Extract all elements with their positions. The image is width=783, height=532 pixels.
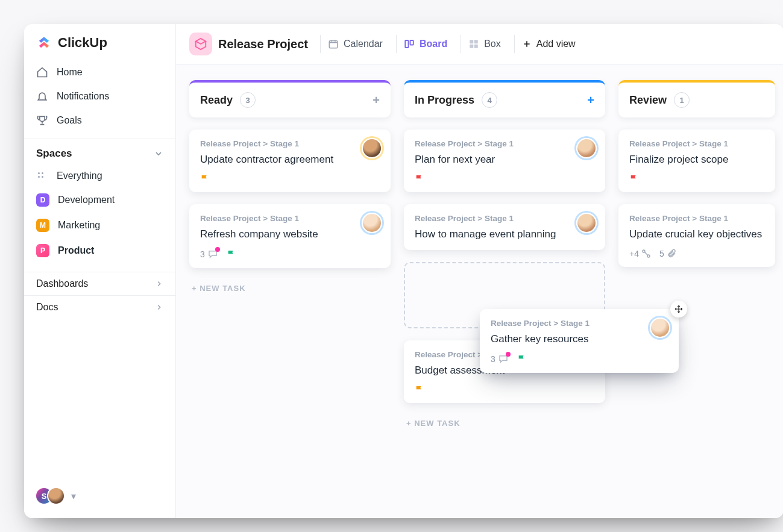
flag-icon[interactable] [517,354,527,364]
main: Release Project Calendar Board Box Add v… [176,24,783,518]
column-header[interactable]: Review 1 [618,80,775,117]
topbar: Release Project Calendar Board Box Add v… [176,24,783,64]
spaces-header-label: Spaces [36,148,72,160]
view-label: Calendar [344,39,383,49]
nav-label: Notifications [57,91,109,102]
svg-point-3 [42,176,43,178]
assignee-avatar[interactable] [576,138,597,158]
logo-text: ClickUp [58,35,107,51]
unread-dot-icon [215,247,220,252]
view-label: Box [484,39,501,49]
comments-count[interactable]: 3 [200,249,218,260]
view-calendar[interactable]: Calendar [320,35,390,53]
nav-dashboards[interactable]: Dashboards [24,272,175,295]
project-icon [189,33,212,55]
space-label: Development [58,195,115,205]
card-title: Update contractor agreement [200,153,380,167]
card-breadcrumb: Release Project > Stage 1 [415,214,594,223]
card-title: Refresh company website [200,228,380,242]
unread-dot-icon [506,352,511,357]
nav-docs[interactable]: Docs [24,295,175,319]
svg-rect-7 [470,40,473,43]
svg-rect-8 [474,40,478,43]
task-card[interactable]: Release Project > Stage 1 Plan for next … [404,130,605,192]
assignee-avatar[interactable] [362,138,382,158]
space-badge: P [36,244,49,257]
card-breadcrumb: Release Project > Stage 1 [200,214,380,223]
move-icon[interactable] [670,301,687,318]
svg-rect-6 [410,40,413,45]
flag-icon[interactable] [415,385,424,395]
nav-home[interactable]: Home [24,60,175,84]
column-header[interactable]: In Progress 4 + [404,80,605,117]
space-label: Marketing [58,220,100,231]
spaces-header[interactable]: Spaces [24,139,175,164]
assignee-avatar[interactable] [362,213,382,233]
view-board[interactable]: Board [396,35,454,53]
card-title: Finalize project scope [629,153,764,167]
flag-icon[interactable] [227,249,236,259]
avatar-stack[interactable]: S [35,487,65,505]
column-count: 1 [674,92,690,108]
flag-icon[interactable] [629,174,639,184]
task-card[interactable]: Release Project > Stage 1 Update crucial… [618,204,775,267]
board-icon [404,39,415,49]
column-count: 3 [240,92,256,108]
column-title: In Progress [415,94,474,107]
caret-down-icon[interactable]: ▾ [71,490,76,502]
card-title: Update crucial key objectives [629,228,764,242]
add-card-button[interactable]: + [373,93,380,107]
card-breadcrumb: Release Project > Stage 1 [415,139,594,148]
column-title: Review [629,94,667,107]
space-product[interactable]: P Product [24,238,175,263]
subtasks-count[interactable]: +4 [629,249,651,258]
nav-label: Home [57,67,83,78]
bell-icon [36,90,48,102]
dragging-card[interactable]: Release Project > Stage 1 Gather key res… [480,309,679,373]
calendar-icon [328,39,339,49]
home-icon [36,66,48,78]
trophy-icon [36,114,48,127]
board: Ready 3 + Release Project > Stage 1 Upda… [176,64,783,518]
svg-rect-4 [329,41,338,48]
space-marketing[interactable]: M Marketing [24,213,175,238]
add-view-label: Add view [536,39,576,49]
view-box[interactable]: Box [461,35,508,53]
add-view-button[interactable]: Add view [514,35,583,53]
user-avatar [47,487,65,505]
column-in-progress: In Progress 4 + Release Project > Stage … [404,80,605,502]
task-card[interactable]: Release Project > Stage 1 Update contrac… [189,130,391,192]
column-ready: Ready 3 + Release Project > Stage 1 Upda… [189,80,391,502]
card-title: Gather key resources [491,333,668,346]
task-card[interactable]: Release Project > Stage 1 How to manage … [404,204,605,250]
card-breadcrumb: Release Project > Stage 1 [200,139,380,148]
add-card-button[interactable]: + [587,93,594,107]
assignee-avatar[interactable] [650,318,670,338]
chevron-right-icon [155,303,163,311]
attachments-count[interactable]: 5 [659,249,676,258]
grid-icon [36,171,48,181]
nav-label: Dashboards [36,278,88,289]
svg-point-0 [38,172,40,174]
task-card[interactable]: Release Project > Stage 1 Finalize proje… [618,130,775,192]
svg-point-2 [38,176,40,178]
card-breadcrumb: Release Project > Stage 1 [491,319,668,328]
nav-goals[interactable]: Goals [24,108,175,133]
task-card[interactable]: Release Project > Stage 1 Refresh compan… [189,204,391,268]
flag-icon[interactable] [415,174,424,184]
space-badge: D [36,193,49,207]
nav-notifications[interactable]: Notifications [24,84,175,108]
column-header[interactable]: Ready 3 + [189,80,391,117]
sidebar: ClickUp Home Notifications Goals Spaces … [24,24,176,518]
space-everything[interactable]: Everything [24,164,175,187]
assignee-avatar[interactable] [576,213,597,233]
sidebar-footer: S ▾ [24,477,175,518]
new-task-button[interactable]: + NEW TASK [189,280,391,296]
flag-icon[interactable] [200,174,210,184]
logo[interactable]: ClickUp [24,24,175,60]
card-breadcrumb: Release Project > Stage 1 [629,139,764,148]
new-task-button[interactable]: + NEW TASK [404,415,605,431]
space-development[interactable]: D Development [24,187,175,213]
comments-count[interactable]: 3 [491,354,509,365]
nav-label: Docs [36,302,58,313]
